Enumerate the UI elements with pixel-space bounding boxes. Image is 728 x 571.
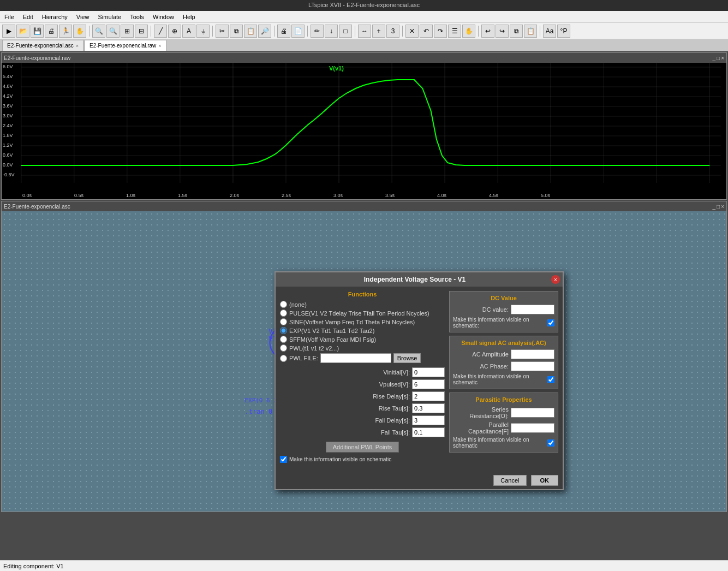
ok-button[interactable]: OK (531, 475, 559, 486)
toolbar-new[interactable]: ▶ (2, 25, 15, 38)
toolbar-redo[interactable]: ↪ (496, 25, 509, 38)
fall-delay-row: Fall Delay[s]: (280, 415, 445, 425)
parasitic-visible-checkbox[interactable] (547, 439, 554, 447)
toolbar-ground[interactable]: ⏚ (196, 25, 210, 38)
schematic-maximize[interactable]: □ (717, 204, 720, 210)
vpulsed-input[interactable] (412, 379, 445, 389)
radio-pwl-input[interactable] (280, 344, 287, 352)
toolbar-hand[interactable]: ✋ (462, 25, 475, 38)
toolbar-rect[interactable]: □ (339, 25, 352, 38)
visible-on-schematic-checkbox[interactable] (280, 456, 287, 463)
toolbar-copy[interactable]: ⧉ (230, 25, 243, 38)
plot-maximize[interactable]: □ (717, 55, 720, 61)
toolbar-print[interactable]: 🖨 (45, 25, 58, 38)
toolbar-undo[interactable]: ↩ (481, 25, 494, 38)
rise-tau-input[interactable] (412, 403, 445, 413)
additional-pwl-button[interactable]: Additional PWL Points (326, 442, 399, 453)
toolbar-flip[interactable]: ↷ (434, 25, 447, 38)
menu-tools[interactable]: Tools (128, 13, 146, 21)
tab-raw[interactable]: E2-Fuente-exponencial.raw × (85, 40, 166, 51)
tab-asc-close[interactable]: × (76, 43, 79, 49)
radio-sffm[interactable]: SFFM(Voff Vamp Fcar MDI Fsig) (280, 336, 445, 343)
toolbar-zoom-fit[interactable]: ⊞ (121, 25, 134, 38)
radio-none-input[interactable] (280, 301, 287, 308)
ac-amplitude-input[interactable] (511, 349, 554, 359)
dc-visible-checkbox[interactable] (547, 319, 554, 326)
menu-window[interactable]: Window (151, 13, 176, 21)
menu-help[interactable]: Help (181, 13, 198, 21)
dialog-left-panel: Functions (none) PULSE(V1 V2 Tdelay Tris… (280, 291, 445, 467)
toolbar-font[interactable]: Aa (543, 25, 556, 38)
toolbar-drag[interactable]: ☰ (448, 25, 461, 38)
menu-edit[interactable]: Edit (21, 13, 35, 21)
radio-pulse-input[interactable] (280, 310, 287, 317)
toolbar-open[interactable]: 📂 (16, 25, 29, 38)
toolbar-move[interactable]: ↔ (358, 25, 371, 38)
menu-simulate[interactable]: Simulate (96, 13, 123, 21)
tab-raw-close[interactable]: × (158, 43, 161, 49)
toolbar-zoom-rect[interactable]: ⊟ (135, 25, 148, 38)
toolbar-zoom-in[interactable]: 🔍 (92, 25, 105, 38)
toolbar-label[interactable]: A (182, 25, 195, 38)
radio-exp[interactable]: EXP(V1 V2 Td1 Tau1 Td2 Tau2) (280, 327, 445, 334)
plot-minimize[interactable]: _ (713, 55, 716, 61)
ac-phase-input[interactable] (511, 361, 554, 371)
schematic-close[interactable]: × (721, 204, 724, 210)
vinitial-input[interactable] (412, 367, 445, 377)
fall-delay-input[interactable] (412, 415, 445, 425)
radio-none[interactable]: (none) (280, 301, 445, 308)
ac-visible-checkbox[interactable] (547, 376, 554, 383)
fall-tau-input[interactable] (412, 427, 445, 437)
menu-hierarchy[interactable]: Hierarchy (40, 13, 70, 21)
parameter-fields: Vinitial[V]: Vpulsed[V]: Rise Delay[s]: (280, 367, 445, 437)
toolbar-halt[interactable]: ✋ (73, 25, 86, 38)
toolbar-component[interactable]: ⊕ (168, 25, 181, 38)
radio-exp-input[interactable] (280, 327, 287, 334)
menu-view[interactable]: View (74, 13, 92, 21)
menu-file[interactable]: File (2, 13, 16, 21)
radio-pwlfile-input[interactable] (280, 355, 287, 362)
toolbar-zoom-out[interactable]: 🔍 (106, 25, 120, 38)
schematic-window-title: E2-Fuente-exponencial.asc (4, 204, 70, 210)
parallel-cap-input[interactable] (511, 423, 554, 433)
tab-asc[interactable]: E2-Fuente-exponencial.asc × (2, 40, 83, 51)
toolbar-delete[interactable]: ✕ (405, 25, 419, 38)
toolbar-run[interactable]: 🏃 (59, 25, 72, 38)
dialog-close-button[interactable]: × (551, 275, 560, 284)
schematic-minimize[interactable]: _ (713, 204, 716, 210)
schematic-controls: _ □ × (713, 204, 724, 210)
toolbar-arrow[interactable]: ↓ (325, 25, 338, 38)
pwl-file-input[interactable] (320, 353, 391, 363)
toolbar-rotate[interactable]: ↶ (420, 25, 433, 38)
toolbar-paste[interactable]: 📋 (244, 25, 257, 38)
rise-delay-input[interactable] (412, 391, 445, 401)
radio-sine[interactable]: SINE(Voffset Vamp Freq Td Theta Phi Ncyc… (280, 318, 445, 325)
toolbar-copy2[interactable]: ⧉ (510, 25, 523, 38)
toolbar-3[interactable]: 3 (386, 25, 399, 38)
toolbar-paste2[interactable]: 📋 (524, 25, 537, 38)
toolbar-plus[interactable]: + (372, 25, 385, 38)
vpulsed-row: Vpulsed[V]: (280, 379, 445, 389)
radio-sffm-input[interactable] (280, 336, 287, 343)
toolbar-extra[interactable]: °P (557, 25, 570, 38)
schematic-title-bar: E2-Fuente-exponencial.asc _ □ × (2, 201, 726, 211)
cancel-button[interactable]: Cancel (493, 475, 526, 486)
plot-close[interactable]: × (721, 55, 724, 61)
dc-value-input[interactable] (511, 305, 554, 314)
radio-pwl[interactable]: PWL(t1 v1 t2 v2...) (280, 344, 445, 352)
radio-sine-input[interactable] (280, 318, 287, 325)
toolbar-save[interactable]: 💾 (31, 25, 44, 38)
toolbar-print3[interactable]: 📄 (291, 25, 305, 38)
fall-tau-label: Fall Tau[s]: (280, 429, 410, 436)
browse-button[interactable]: Browse (393, 353, 421, 363)
toolbar-print2[interactable]: 🖨 (277, 25, 290, 38)
toolbar-search[interactable]: 🔎 (258, 25, 271, 38)
radio-pulse[interactable]: PULSE(V1 V2 Tdelay Trise Tfall Ton Perio… (280, 310, 445, 317)
toolbar-cut[interactable]: ✂ (216, 25, 229, 38)
series-resistance-input[interactable] (511, 408, 554, 418)
schematic-area: + − V1 V1 R1 1k (2, 211, 726, 512)
radio-pulse-label: PULSE(V1 V2 Tdelay Trise Tfall Ton Perio… (289, 310, 429, 317)
radio-pwlfile[interactable]: PWL FILE: Browse (280, 353, 445, 363)
toolbar-pencil[interactable]: ✏ (311, 25, 324, 38)
toolbar-wire[interactable]: ╱ (154, 25, 167, 38)
